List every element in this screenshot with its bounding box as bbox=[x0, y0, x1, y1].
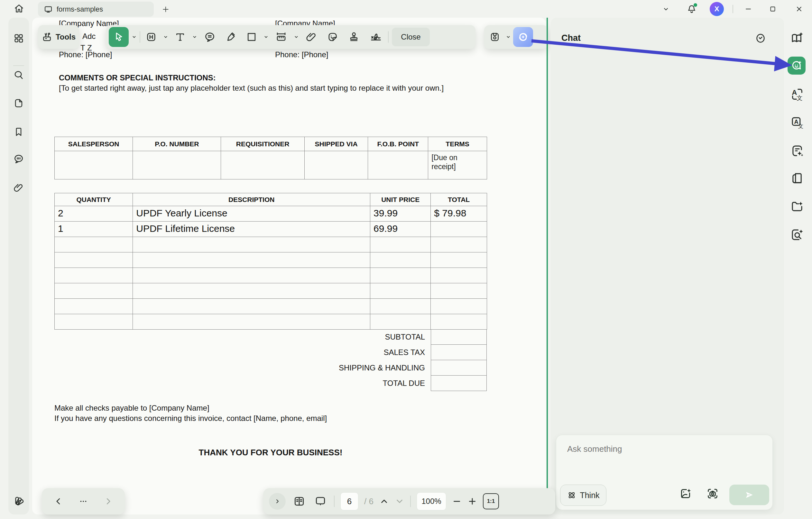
sticker-tool-button[interactable] bbox=[323, 27, 342, 47]
measure-tool-chevron-icon[interactable] bbox=[293, 33, 300, 40]
chat-input[interactable] bbox=[567, 441, 761, 456]
insert-image-button[interactable] bbox=[678, 486, 693, 501]
item-quantity-empty[interactable] bbox=[55, 314, 133, 330]
send-button[interactable] bbox=[729, 485, 769, 505]
stamp-tool-button[interactable] bbox=[344, 27, 364, 47]
sidebar-item-comments[interactable] bbox=[12, 152, 25, 165]
item-unit-price[interactable]: 69.99 bbox=[370, 221, 431, 237]
rail-ai-chat-button[interactable] bbox=[787, 57, 806, 74]
titlebar-collapse-button[interactable] bbox=[660, 3, 672, 15]
sidebar-item-search[interactable] bbox=[12, 68, 25, 82]
avatar[interactable]: X bbox=[710, 2, 724, 16]
info-cell-po[interactable] bbox=[133, 151, 221, 179]
item-quantity[interactable]: 2 bbox=[55, 206, 133, 221]
info-cell-salesperson[interactable] bbox=[55, 151, 133, 179]
item-total-empty[interactable] bbox=[431, 268, 487, 283]
minimize-button[interactable] bbox=[743, 3, 754, 15]
shape-tool-button[interactable] bbox=[242, 27, 261, 47]
split-divider[interactable] bbox=[547, 18, 548, 515]
item-total-empty[interactable] bbox=[431, 314, 487, 330]
attach-tool-button[interactable] bbox=[302, 27, 321, 47]
notifications-button[interactable] bbox=[685, 3, 698, 16]
item-unit-price-empty[interactable] bbox=[370, 283, 431, 299]
maximize-button[interactable] bbox=[767, 3, 779, 15]
item-total[interactable]: $ 79.98 bbox=[431, 206, 487, 221]
text-tool-button[interactable] bbox=[171, 27, 189, 47]
rail-ai-assistant-button[interactable] bbox=[790, 31, 805, 45]
measure-tool-button[interactable] bbox=[271, 27, 291, 47]
item-quantity[interactable]: 1 bbox=[55, 221, 133, 237]
close-window-button[interactable] bbox=[793, 3, 805, 15]
item-total-empty[interactable] bbox=[431, 299, 487, 314]
close-toolbar-button[interactable]: Close bbox=[392, 28, 430, 46]
select-tool-button[interactable] bbox=[109, 27, 129, 47]
sidebar-item-pages[interactable] bbox=[12, 96, 25, 110]
note-tool-button[interactable] bbox=[200, 27, 220, 47]
next-page-icon[interactable] bbox=[104, 497, 113, 506]
zoom-out-icon[interactable] bbox=[452, 496, 462, 506]
info-cell-fob[interactable] bbox=[368, 151, 428, 179]
updf-ai-button[interactable] bbox=[513, 27, 533, 47]
pen-tool-button[interactable] bbox=[221, 27, 241, 47]
item-unit-price-empty[interactable] bbox=[370, 314, 431, 330]
page-down-icon[interactable] bbox=[395, 496, 404, 506]
item-description-empty[interactable] bbox=[133, 252, 370, 268]
actual-size-button[interactable]: 1:1 bbox=[483, 493, 499, 509]
summary-value-salestax[interactable] bbox=[431, 345, 487, 360]
item-unit-price-empty[interactable] bbox=[370, 268, 431, 283]
shape-tool-chevron-icon[interactable] bbox=[262, 33, 269, 40]
item-description[interactable]: UPDF Yearly License bbox=[133, 206, 370, 221]
item-quantity-empty[interactable] bbox=[55, 268, 133, 283]
item-description-empty[interactable] bbox=[133, 299, 370, 314]
item-unit-price-empty[interactable] bbox=[370, 252, 431, 268]
item-description-empty[interactable] bbox=[133, 268, 370, 283]
sidebar-item-thumbnails[interactable] bbox=[12, 32, 25, 45]
think-toggle-button[interactable]: Think bbox=[560, 485, 606, 506]
tools-button[interactable]: Tools bbox=[38, 25, 79, 49]
item-description[interactable]: UPDF Lifetime License bbox=[133, 221, 370, 237]
item-quantity-empty[interactable] bbox=[55, 283, 133, 299]
summary-value-shipping[interactable] bbox=[431, 360, 487, 375]
item-quantity-empty[interactable] bbox=[55, 237, 133, 252]
rail-translate-page-button[interactable]: A 文 bbox=[790, 115, 805, 130]
item-quantity-empty[interactable] bbox=[55, 299, 133, 314]
zoom-in-icon[interactable] bbox=[467, 496, 477, 506]
rail-reader-button[interactable] bbox=[790, 171, 805, 186]
sidebar-item-bookmarks[interactable] bbox=[12, 125, 25, 139]
heading-tool-button[interactable] bbox=[142, 27, 160, 47]
new-tab-button[interactable] bbox=[160, 4, 171, 15]
chat-history-button[interactable] bbox=[753, 31, 767, 45]
item-unit-price-empty[interactable] bbox=[370, 299, 431, 314]
two-page-view-button[interactable] bbox=[291, 493, 307, 510]
info-cell-terms[interactable]: [Due on receipt] bbox=[428, 151, 487, 179]
screenshot-button[interactable] bbox=[705, 486, 720, 501]
summary-value-totaldue[interactable] bbox=[431, 375, 487, 391]
home-button[interactable] bbox=[12, 1, 26, 16]
item-total-empty[interactable] bbox=[431, 252, 487, 268]
select-tool-chevron-icon[interactable] bbox=[130, 33, 138, 40]
zoom-level-box[interactable]: 100% bbox=[416, 492, 446, 510]
summary-value-subtotal[interactable] bbox=[431, 329, 487, 345]
item-total-empty[interactable] bbox=[431, 283, 487, 299]
rail-ai-summary-button[interactable] bbox=[790, 144, 805, 158]
prev-page-icon[interactable] bbox=[54, 497, 63, 506]
info-cell-shipped[interactable] bbox=[304, 151, 368, 179]
document-tab[interactable]: forms-samples bbox=[38, 2, 154, 17]
save-button[interactable] bbox=[486, 27, 503, 47]
item-description-empty[interactable] bbox=[133, 314, 370, 330]
page-number-box[interactable]: 6 bbox=[340, 492, 358, 510]
item-quantity-empty[interactable] bbox=[55, 252, 133, 268]
sidebar-item-appearance[interactable] bbox=[11, 494, 25, 508]
item-unit-price[interactable]: 39.99 bbox=[370, 206, 431, 221]
expand-controls-button[interactable] bbox=[269, 493, 286, 510]
more-options-icon[interactable] bbox=[79, 496, 88, 506]
item-description-empty[interactable] bbox=[133, 283, 370, 299]
signature-tool-button[interactable] bbox=[366, 27, 386, 47]
save-chevron-icon[interactable] bbox=[505, 33, 512, 40]
presentation-button[interactable] bbox=[313, 493, 328, 510]
info-cell-requisitioner[interactable] bbox=[221, 151, 304, 179]
item-total[interactable] bbox=[431, 221, 487, 237]
item-unit-price-empty[interactable] bbox=[370, 237, 431, 252]
rail-ai-search-button[interactable] bbox=[790, 227, 805, 242]
item-description-empty[interactable] bbox=[133, 237, 370, 252]
